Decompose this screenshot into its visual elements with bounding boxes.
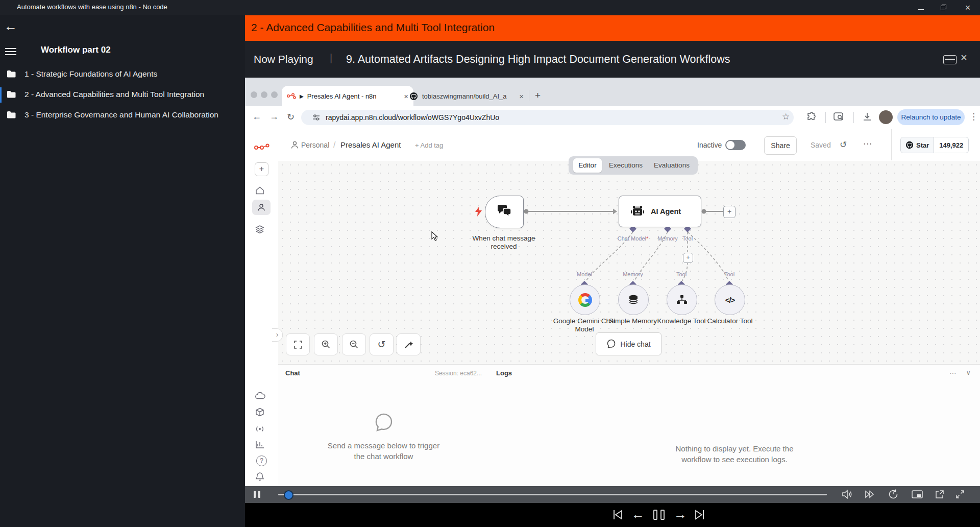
relaunch-button[interactable]: Relaunch to update xyxy=(897,109,965,125)
tab-editor[interactable]: Editor xyxy=(573,158,602,173)
sidebar-item-section1[interactable]: 1 - Strategic Foundations of AI Agents xyxy=(0,65,245,84)
hide-chat-button[interactable]: Hide chat xyxy=(596,332,662,355)
playback-speed-icon[interactable] xyxy=(888,489,899,500)
help-icon[interactable]: ? xyxy=(256,456,267,466)
download-icon[interactable] xyxy=(863,112,872,122)
zoom-in-button[interactable] xyxy=(314,333,338,355)
session-id[interactable]: Session: eca62... xyxy=(435,370,482,377)
app-window: Automate workflows with ease using n8n -… xyxy=(0,0,980,527)
close-button[interactable]: × xyxy=(964,4,972,12)
tidy-up-button[interactable] xyxy=(397,333,421,355)
github-icon xyxy=(905,141,914,149)
restore-button[interactable] xyxy=(939,4,947,12)
tab-executions[interactable]: Executions xyxy=(604,158,647,173)
popout-icon[interactable] xyxy=(934,489,945,500)
menu-button[interactable] xyxy=(5,46,16,57)
close-player-icon[interactable]: × xyxy=(961,51,967,64)
back-button[interactable]: ← xyxy=(4,18,17,34)
star-count: 149,922 xyxy=(934,137,968,153)
plus-icon: + xyxy=(259,164,264,173)
browser-tab-inactive[interactable]: tobiaszwingmann/build_AI_a × xyxy=(409,86,524,106)
browser-back-icon[interactable]: ← xyxy=(252,111,261,122)
knowledge-tool-node[interactable] xyxy=(667,284,697,315)
previous-lesson-button[interactable] xyxy=(612,509,623,521)
lesson-title: 9. Automated Artifacts Designing High Im… xyxy=(346,53,730,66)
add-workflow-button[interactable]: + xyxy=(255,162,268,176)
traffic-light-zoom[interactable] xyxy=(271,91,278,98)
browser-tab-active[interactable]: ▶ Presales AI Agent - n8n × xyxy=(282,86,413,106)
sidebar-item-section2[interactable]: 2 - Advanced Capabilities and Multi Tool… xyxy=(0,86,245,104)
zoom-to-fit-button[interactable] xyxy=(286,333,310,355)
robot-icon xyxy=(630,205,645,218)
github-star-segment[interactable]: Star xyxy=(901,137,934,153)
seek-bar[interactable] xyxy=(278,494,827,495)
history-icon[interactable]: ↺ xyxy=(840,139,847,150)
github-star-widget[interactable]: Star 149,922 xyxy=(900,137,969,153)
personal-nav-selected[interactable] xyxy=(252,200,271,215)
broadcast-icon[interactable] xyxy=(255,424,264,434)
simple-memory-node[interactable] xyxy=(618,284,649,315)
person-icon xyxy=(291,141,299,149)
seek-thumb[interactable] xyxy=(284,490,293,500)
workflow-menu-icon[interactable]: ⋯ xyxy=(863,138,872,149)
traffic-light-minimize[interactable] xyxy=(261,91,267,98)
bell-icon[interactable] xyxy=(255,472,264,482)
pause-lesson-button[interactable] xyxy=(653,510,665,520)
ai-agent-node[interactable]: AI Agent xyxy=(619,196,701,227)
browser-menu-icon[interactable]: ⋮ xyxy=(969,111,978,122)
layers-icon[interactable] xyxy=(255,225,264,234)
address-bar[interactable]: rapydai.app.n8n.cloud/workflow/oWGS7Ygo4… xyxy=(301,110,794,125)
tab-search-icon[interactable] xyxy=(834,112,845,122)
package-icon[interactable] xyxy=(255,408,264,417)
workflow-name[interactable]: Presales AI Agent xyxy=(340,140,401,149)
seek-forward-button[interactable]: → xyxy=(674,507,687,522)
gemini-model-node[interactable] xyxy=(570,284,600,315)
zoom-out-button[interactable] xyxy=(342,333,366,355)
agent-node-label: AI Agent xyxy=(651,207,681,215)
tab-close-icon[interactable]: × xyxy=(404,92,408,101)
site-info-icon xyxy=(312,114,320,121)
traffic-light-close[interactable] xyxy=(251,91,257,98)
tab-evaluations[interactable]: Evaluations xyxy=(649,158,694,173)
tab-close-icon[interactable]: × xyxy=(519,92,524,101)
undo-button[interactable]: ↺ xyxy=(370,333,394,355)
course-sidebar: ← Workflow part 02 1 - Strategic Foundat… xyxy=(0,15,245,527)
bookmark-star-icon[interactable]: ☆ xyxy=(782,111,790,122)
cloud-icon[interactable] xyxy=(255,392,265,399)
pause-button[interactable] xyxy=(254,491,260,498)
chat-title: Chat xyxy=(285,369,300,377)
minimize-button[interactable] xyxy=(917,4,925,12)
add-tool-button[interactable]: + xyxy=(683,253,693,263)
share-button[interactable]: Share xyxy=(764,136,797,155)
fullscreen-icon[interactable] xyxy=(954,489,966,500)
miniplayer-icon[interactable] xyxy=(943,55,957,64)
add-tag-button[interactable]: + Add tag xyxy=(415,141,443,149)
status-label: Inactive xyxy=(697,141,722,149)
workflow-canvas[interactable]: When chat message received AI Agent + Ch… xyxy=(278,161,980,364)
sitemap-icon xyxy=(676,295,688,305)
extensions-icon[interactable] xyxy=(806,112,817,122)
breadcrumb-project[interactable]: Personal xyxy=(301,141,329,149)
browser-reload-icon[interactable]: ↻ xyxy=(287,111,295,123)
chat-trigger-node[interactable] xyxy=(485,196,524,228)
volume-icon[interactable] xyxy=(841,489,852,500)
next-lesson-button[interactable] xyxy=(694,509,705,521)
home-icon[interactable] xyxy=(255,186,264,195)
fast-forward-icon[interactable] xyxy=(864,489,875,500)
sidebar-item-label: 3 - Enterprise Governance and Human AI C… xyxy=(24,110,218,119)
profile-avatar[interactable] xyxy=(879,110,893,124)
add-next-node-button[interactable]: + xyxy=(723,206,736,218)
pip-icon[interactable] xyxy=(911,489,923,500)
now-playing-bar: Now Playing | 9. Automated Artifacts Des… xyxy=(245,41,980,78)
seek-back-button[interactable]: ← xyxy=(631,507,645,522)
logs-menu-icon[interactable]: ⋯ xyxy=(949,369,957,377)
collapse-logs-icon[interactable]: ∨ xyxy=(966,369,971,376)
calculator-tool-node[interactable]: </> xyxy=(715,284,745,315)
expand-panel-handle[interactable]: › xyxy=(272,328,283,342)
new-tab-button[interactable]: + xyxy=(535,90,541,101)
sidebar-item-section3[interactable]: 3 - Enterprise Governance and Human AI C… xyxy=(0,106,245,125)
chart-icon[interactable] xyxy=(255,441,264,449)
browser-forward-icon[interactable]: → xyxy=(270,111,279,122)
active-toggle[interactable] xyxy=(725,140,746,150)
folder-icon xyxy=(7,111,16,118)
